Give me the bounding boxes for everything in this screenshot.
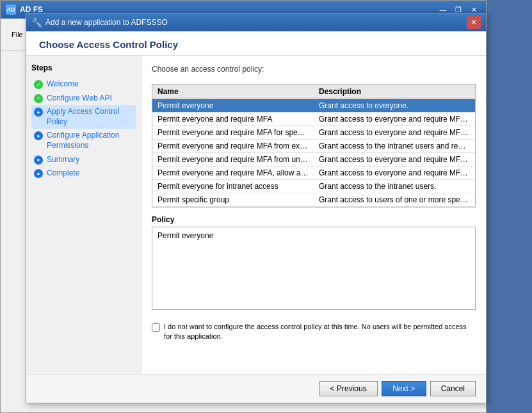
step-dot-welcome: ✓ (34, 80, 43, 89)
table-row[interactable]: Permit everyone for intranet accessGrant… (152, 180, 475, 193)
policy-description-cell: Grant access to the intranet users and r… (314, 140, 475, 153)
dialog-titlebar: 🔧 Add a new application to ADFSSSO ✕ (26, 13, 486, 31)
dialog-close-button[interactable]: ✕ (467, 16, 481, 29)
table-row[interactable]: Permit everyone and require MFA for spec… (152, 126, 475, 140)
step-apply-access[interactable]: ● Apply Access Control Policy (31, 105, 136, 129)
table-row[interactable]: Permit everyone and require MFAGrant acc… (152, 113, 475, 126)
previous-button[interactable]: < Previous (319, 381, 378, 396)
policy-description-cell: Grant access to everyone and require MFA… (314, 126, 475, 140)
step-summary[interactable]: ● Summary (31, 153, 136, 167)
dialog-footer: < Previous Next > Cancel (26, 374, 486, 403)
policy-description-cell: Grant access to everyone and require MFA… (314, 166, 475, 180)
step-configure-app[interactable]: ● Configure Application Permissions (31, 129, 136, 152)
policy-textarea[interactable] (152, 227, 476, 310)
policy-name-cell: Permit everyone for intranet access (152, 180, 314, 193)
policy-label: Policy (152, 215, 476, 224)
checkbox-row: I do not want to configure the access co… (152, 322, 476, 342)
step-dot-summary: ● (34, 156, 43, 165)
table-row[interactable]: Permit everyone and require MFA, allow a… (152, 166, 475, 180)
dialog-body: Choose Access Control Policy Steps ✓ Wel… (26, 31, 486, 403)
policy-name-cell: Permit everyone and require MFA from ext… (152, 140, 314, 153)
step-dot-apply-access: ● (34, 108, 43, 117)
step-label-summary: Summary (47, 155, 79, 165)
policy-name-cell: Permit everyone and require MFA (152, 113, 314, 126)
policy-name-cell: Permit everyone and require MFA for spec… (152, 126, 314, 140)
step-label-complete: Complete (47, 168, 79, 179)
policy-name-cell: Permit everyone and require MFA from una… (152, 153, 314, 166)
instruction-text: Choose an access control policy: (152, 65, 476, 74)
table-row[interactable]: Permit everyoneGrant access to everyone. (152, 99, 475, 113)
col-name: Name (152, 85, 314, 99)
step-label-welcome: Welcome (47, 79, 79, 90)
steps-label: Steps (31, 63, 136, 72)
dialog-title: Add a new application to ADFSSSO (45, 18, 168, 27)
step-dot-complete: ● (34, 169, 43, 178)
step-configure-web-api[interactable]: ✓ Configure Web API (31, 92, 136, 106)
dialog-header: Choose Access Control Policy (26, 31, 486, 56)
dialog-content: Steps ✓ Welcome ✓ Configure Web API ● Ap… (26, 56, 486, 374)
step-dot-configure-app: ● (34, 131, 43, 140)
policy-description-cell: Grant access to users of one or more spe… (314, 193, 475, 207)
policy-table-container: Name Description Permit everyoneGrant ac… (152, 84, 476, 207)
policy-name-cell: Permit everyone and require MFA, allow a… (152, 166, 314, 180)
table-row[interactable]: Permit everyone and require MFA from ext… (152, 140, 475, 153)
dialog-icon: 🔧 (31, 17, 42, 28)
next-button[interactable]: Next > (382, 381, 426, 396)
policy-table: Name Description Permit everyoneGrant ac… (152, 85, 475, 207)
content-panel: Choose an access control policy: Name De… (141, 56, 486, 374)
policy-name-cell: Permit everyone (152, 99, 314, 113)
policy-description-cell: Grant access to everyone and require MFA… (314, 153, 475, 166)
dialog-window: 🔧 Add a new application to ADFSSSO ✕ Cho… (26, 13, 487, 403)
step-label-configure-app: Configure Application Permissions (47, 131, 133, 150)
step-label-apply-access: Apply Access Control Policy (47, 107, 133, 127)
policy-name-cell: Permit specific group (152, 193, 314, 207)
policy-description-cell: Grant access to everyone and require MFA… (314, 113, 475, 126)
policy-description-cell: Grant access to the intranet users. (314, 180, 475, 193)
cancel-button[interactable]: Cancel (430, 381, 476, 396)
skip-policy-checkbox[interactable] (152, 323, 160, 332)
checkbox-label: I do not want to configure the access co… (164, 322, 476, 342)
step-label-configure-web-api: Configure Web API (47, 93, 112, 104)
adfs-icon: AD (6, 4, 16, 15)
policy-section: Policy (152, 215, 476, 312)
page-title: Choose Access Control Policy (39, 39, 473, 50)
steps-panel: Steps ✓ Welcome ✓ Configure Web API ● Ap… (26, 56, 141, 374)
table-row[interactable]: Permit everyone and require MFA from una… (152, 153, 475, 166)
table-row[interactable]: Permit specific groupGrant access to use… (152, 193, 475, 207)
step-dot-configure-web-api: ✓ (34, 94, 43, 103)
step-welcome[interactable]: ✓ Welcome (31, 77, 136, 92)
col-description: Description (314, 85, 475, 99)
step-complete[interactable]: ● Complete (31, 166, 136, 181)
policy-description-cell: Grant access to everyone. (314, 99, 475, 113)
desktop: AD AD FS — ❐ ✕ File 🔧 Add a new applicat… (0, 0, 532, 413)
